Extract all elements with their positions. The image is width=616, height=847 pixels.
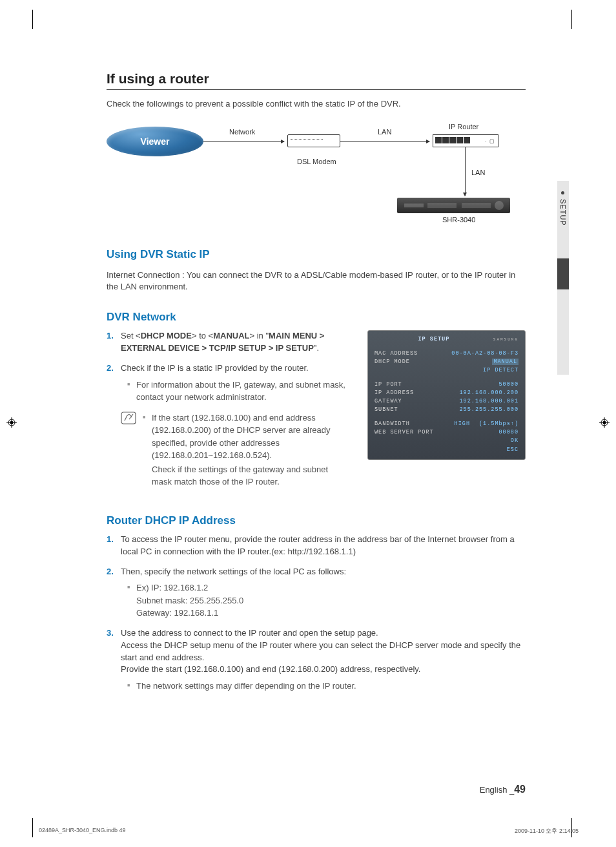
indb-timestamp: 2009-11-10 오후 2:14:05 — [515, 827, 579, 835]
section-tab-label: SETUP — [559, 199, 567, 226]
label-ip-router: IP Router — [449, 123, 478, 131]
indb-file: 02489A_SHR-3040_ENG.indb 49 — [39, 827, 126, 835]
registration-mark-icon — [6, 417, 17, 430]
para-dvr-static-ip: Internet Connection : You can connect th… — [107, 269, 526, 293]
step-2: 2. Check if the IP is a static IP provid… — [107, 362, 345, 404]
viewer-node: Viewer — [107, 127, 203, 156]
network-diagram: Viewer Network DSL Modem LAN IP Router ·… — [107, 120, 526, 230]
svg-rect-16 — [121, 412, 136, 424]
router-step-2-example: Ex) IP: 192.168.1.2 Subnet mask: 255.255… — [127, 581, 526, 620]
step-2-bullet: For information about the IP, gateway, a… — [127, 379, 345, 404]
label-lan: LAN — [378, 128, 391, 136]
note-bullet-1: If the start (192.168.0.100) and end add… — [143, 412, 345, 488]
manual-page: SETUP If using a router Check the follow… — [0, 0, 616, 847]
router-step-1: 1. To access the IP router menu, provide… — [107, 534, 526, 558]
router-step-3-bullet: The network settings may differ dependin… — [127, 680, 526, 693]
heading-using-dvr-static-ip: Using DVR Static IP — [107, 248, 526, 261]
note-block: If the start (192.168.0.100) and end add… — [107, 412, 345, 488]
step-1: 1. Set <DHCP MODE> to <MANUAL> in "MAIN … — [107, 330, 345, 355]
note-icon — [121, 412, 136, 424]
label-dsl-modem: DSL Modem — [297, 158, 336, 165]
router-step-3: 3. Use the address to connect to the IP … — [107, 627, 526, 693]
ip-panel-title: IP SETUP — [375, 336, 493, 342]
registration-mark-icon — [599, 417, 610, 430]
page-footer: English _49 — [480, 784, 526, 795]
dvr-network-block: 1. Set <DHCP MODE> to <MANUAL> in "MAIN … — [107, 330, 526, 488]
section-tab: SETUP — [557, 181, 569, 375]
dvr-node — [397, 198, 510, 213]
ip-router-node: · ▢ — [433, 134, 498, 147]
intro-text: Check the followings to prevent a possib… — [107, 99, 526, 109]
dsl-modem-node — [287, 134, 340, 147]
label-lan2: LAN — [471, 169, 485, 176]
brand-label: SAMSUNG — [493, 337, 518, 342]
label-network: Network — [229, 128, 255, 136]
label-device-model: SHR-3040 — [442, 216, 475, 224]
heading-router-dhcp: Router DHCP IP Address — [107, 514, 526, 527]
ip-setup-panel: IP SETUP SAMSUNG MAC ADDRESS00-0A-A2-08-… — [367, 330, 526, 460]
heading-dvr-network: DVR Network — [107, 311, 526, 324]
indb-footer: 02489A_SHR-3040_ENG.indb 49 2009-11-10 오… — [39, 827, 579, 835]
router-step-2: 2. Then, specify the network settings of… — [107, 566, 526, 620]
heading-if-using-router: If using a router — [107, 71, 526, 90]
